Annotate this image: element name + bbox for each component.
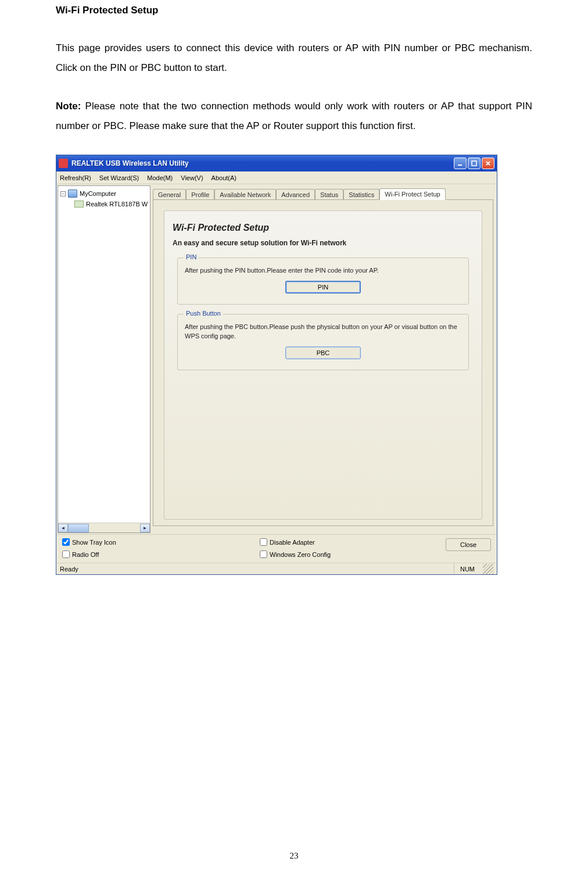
radio-off-label: Radio Off (72, 551, 99, 558)
pin-group-title: PIN (184, 253, 199, 260)
show-tray-input[interactable] (62, 538, 70, 546)
svg-rect-1 (472, 161, 476, 166)
menu-view[interactable]: View(V) (181, 174, 203, 181)
wps-title: Wi-Fi Protected Setup (173, 223, 474, 233)
menu-bar: Refresh(R) Set Wizard(S) Mode(M) View(V)… (56, 171, 497, 184)
scroll-right-icon[interactable]: ► (140, 524, 150, 532)
tree-root-label: MyComputer (80, 190, 116, 197)
app-window: REALTEK USB Wireless LAN Utility Refresh… (56, 155, 497, 575)
bottom-options-bar: Show Tray Icon Radio Off Disable Adapter… (56, 534, 497, 563)
disable-adapter-input[interactable] (260, 538, 267, 546)
tab-status[interactable]: Status (315, 189, 343, 200)
tab-wifi-protect-setup[interactable]: Wi-Fi Protect Setup (379, 188, 445, 200)
menu-mode[interactable]: Mode(M) (147, 174, 173, 181)
wps-subtitle: An easy and secure setup solution for Wi… (173, 239, 474, 247)
tab-general[interactable]: General (153, 189, 186, 200)
close-button[interactable]: Close (446, 538, 491, 551)
window-titlebar[interactable]: REALTEK USB Wireless LAN Utility (56, 155, 497, 171)
show-tray-checkbox[interactable]: Show Tray Icon (62, 538, 260, 546)
pbc-groupbox: Push Button After pushing the PBC button… (177, 314, 469, 370)
maximize-button[interactable] (468, 158, 481, 169)
sidebar-horizontal-scrollbar[interactable]: ◄ ► (58, 523, 150, 532)
menu-about[interactable]: About(A) (211, 174, 236, 181)
minimize-button[interactable] (454, 158, 467, 169)
page-number: 23 (0, 851, 588, 861)
tab-available-network[interactable]: Available Network (214, 189, 276, 200)
radio-off-input[interactable] (62, 550, 70, 558)
pbc-group-title: Push Button (184, 310, 223, 317)
menu-refresh[interactable]: Refresh(R) (60, 174, 91, 181)
show-tray-label: Show Tray Icon (72, 539, 116, 546)
status-ready: Ready (60, 566, 454, 573)
radio-off-checkbox[interactable]: Radio Off (62, 550, 260, 558)
resize-grip-icon[interactable] (483, 564, 493, 574)
windows-zero-config-input[interactable] (260, 550, 267, 558)
device-tree-sidebar: − MyComputer Realtek RTL8187B W ◄ ► (58, 185, 150, 533)
adapter-icon (74, 201, 84, 208)
scroll-thumb[interactable] (68, 524, 89, 532)
pbc-button[interactable]: PBC (285, 346, 361, 359)
note-text: Please note that the two connection meth… (56, 101, 532, 131)
note-label: Note: (56, 101, 81, 112)
pbc-group-text: After pushing the PBC button.Please push… (185, 323, 461, 341)
windows-zero-config-label: Windows Zero Config (270, 551, 331, 558)
tree-child-label: Realtek RTL8187B W (86, 201, 148, 208)
doc-note-paragraph: Note: Please note that the two connectio… (56, 96, 532, 136)
windows-zero-config-checkbox[interactable]: Windows Zero Config (260, 550, 331, 558)
tree-root-row[interactable]: − MyComputer (60, 188, 150, 199)
tab-strip: General Profile Available Network Advanc… (153, 187, 493, 199)
menu-set-wizard[interactable]: Set Wizard(S) (99, 174, 139, 181)
pin-groupbox: PIN After pushing the PIN button.Please … (177, 258, 469, 305)
doc-heading: Wi-Fi Protected Setup (56, 5, 532, 16)
close-window-button[interactable] (482, 158, 494, 169)
computer-icon (68, 189, 77, 198)
svg-rect-0 (458, 165, 462, 166)
window-title: REALTEK USB Wireless LAN Utility (71, 159, 454, 167)
disable-adapter-label: Disable Adapter (270, 539, 315, 546)
tab-statistics[interactable]: Statistics (343, 189, 379, 200)
pin-group-text: After pushing the PIN button.Please ente… (185, 266, 461, 275)
tree-collapse-icon[interactable]: − (60, 191, 66, 196)
tab-panel: Wi-Fi Protected Setup An easy and secure… (153, 199, 493, 526)
scroll-left-icon[interactable]: ◄ (58, 524, 68, 532)
tree-child-row[interactable]: Realtek RTL8187B W (74, 199, 150, 209)
tab-advanced[interactable]: Advanced (276, 189, 315, 200)
doc-intro-paragraph: This page provides users to connect this… (56, 38, 532, 78)
pin-button[interactable]: PIN (285, 281, 361, 294)
disable-adapter-checkbox[interactable]: Disable Adapter (260, 538, 331, 546)
app-icon (59, 159, 68, 168)
status-num: NUM (454, 563, 481, 574)
status-bar: Ready NUM (56, 563, 497, 574)
tab-profile[interactable]: Profile (186, 189, 214, 200)
